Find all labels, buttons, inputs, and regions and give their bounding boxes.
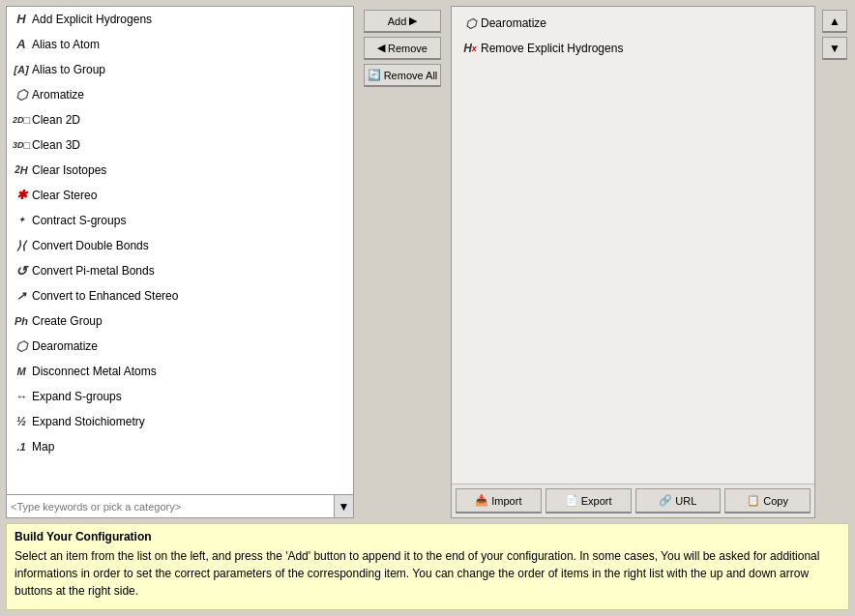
item-label: Clear Stereo — [32, 189, 349, 202]
item-label: Expand Stoichiometry — [32, 415, 349, 428]
item-label: Dearomatize — [481, 16, 807, 30]
item-label: Convert to Enhanced Stereo — [32, 289, 349, 303]
item-icon: Hx — [459, 42, 481, 55]
copy-button[interactable]: 📋 Copy — [724, 488, 811, 513]
left-list-container[interactable]: HAdd Explicit HydrogensAAlias to Atom[A]… — [7, 7, 353, 494]
export-button[interactable]: 📄 Export — [545, 488, 632, 513]
remove-all-icon: 🔄 — [368, 69, 381, 81]
item-icon: ⬡ — [11, 338, 32, 354]
list-item[interactable]: PhCreate Group — [7, 308, 353, 334]
item-label: Disconnect Metal Atoms — [32, 365, 349, 378]
right-footer: 📥 Import 📄 Export 🔗 URL 📋 Copy — [452, 484, 814, 517]
list-item[interactable]: AAlias to Atom — [7, 32, 353, 57]
item-icon: ⬡ — [459, 16, 481, 31]
item-label: Contract S-groups — [32, 214, 349, 227]
search-dropdown-button[interactable]: ▼ — [334, 495, 353, 517]
list-item[interactable]: ⟩⟨Convert Double Bonds — [7, 233, 353, 258]
item-icon: ⬡ — [11, 87, 32, 103]
item-label: Add Explicit Hydrogens — [32, 13, 349, 26]
item-label: Alias to Group — [32, 63, 349, 76]
add-button[interactable]: Add ▶ — [364, 10, 441, 33]
item-icon: 3D□ — [11, 139, 32, 151]
item-icon: A — [11, 37, 32, 51]
up-arrow-icon: ▲ — [829, 15, 840, 28]
list-item[interactable]: 3D□Clean 3D — [7, 132, 353, 158]
remove-label: Remove — [388, 43, 428, 54]
list-item[interactable]: .1Map — [7, 434, 353, 459]
list-item[interactable]: ½Expand Stoichiometry — [7, 409, 353, 434]
import-button[interactable]: 📥 Import — [456, 488, 542, 513]
top-section: HAdd Explicit HydrogensAAlias to Atom[A]… — [6, 6, 849, 518]
item-label: Convert Pi-metal Bonds — [32, 264, 349, 278]
info-section: Build Your Configuration Select an item … — [6, 523, 849, 610]
item-label: Alias to Atom — [32, 38, 349, 51]
item-icon: ✦ — [11, 216, 32, 224]
left-panel: HAdd Explicit HydrogensAAlias to Atom[A]… — [6, 6, 354, 518]
list-item[interactable]: [A]Alias to Group — [7, 57, 353, 82]
item-icon: Ph — [11, 315, 32, 327]
list-item[interactable]: ⬡Dearomatize — [7, 334, 353, 359]
move-up-button[interactable]: ▲ — [822, 10, 847, 33]
move-down-button[interactable]: ▼ — [822, 37, 847, 60]
info-title: Build Your Configuration — [15, 530, 840, 543]
list-item[interactable]: ✱Clear Stereo — [7, 183, 353, 208]
item-icon: ⟩⟨ — [11, 239, 32, 252]
url-label: URL — [675, 495, 696, 507]
list-item[interactable]: ↗Convert to Enhanced Stereo — [7, 283, 353, 308]
item-icon: .1 — [11, 441, 32, 453]
item-label: Clear Isotopes — [32, 163, 349, 177]
item-icon: ✱ — [11, 188, 32, 202]
search-bar: ▼ — [7, 494, 353, 517]
down-arrow-icon: ▼ — [829, 42, 840, 55]
remove-all-button[interactable]: 🔄 Remove All — [364, 64, 441, 87]
item-label: Create Group — [32, 314, 349, 328]
up-down-panel: ▲ ▼ — [820, 6, 849, 518]
item-label: Clean 2D — [32, 113, 349, 127]
export-label: Export — [581, 495, 612, 507]
item-icon: 2H — [11, 164, 32, 176]
info-text: Select an item from the list on the left… — [15, 547, 840, 600]
url-icon: 🔗 — [659, 494, 672, 507]
right-panel: ⬡DearomatizeHxRemove Explicit Hydrogens … — [451, 6, 815, 518]
list-item[interactable]: 2HClear Isotopes — [7, 158, 353, 183]
url-button[interactable]: 🔗 URL — [635, 488, 722, 513]
search-input[interactable] — [7, 499, 334, 514]
list-item[interactable]: ✦Contract S-groups — [7, 208, 353, 233]
list-item[interactable]: ↔Expand S-groups — [7, 384, 353, 409]
remove-arrow-icon: ◀ — [377, 42, 385, 54]
remove-button[interactable]: ◀ Remove — [364, 37, 441, 60]
list-item[interactable]: ⬡Aromatize — [7, 82, 353, 107]
add-label: Add — [388, 15, 407, 27]
copy-label: Copy — [763, 495, 788, 507]
list-item[interactable]: ⬡Dearomatize — [456, 11, 811, 36]
export-icon: 📄 — [565, 494, 578, 507]
item-icon: ↺ — [11, 263, 32, 279]
import-icon: 📥 — [475, 494, 488, 507]
item-icon: H — [11, 12, 32, 26]
item-icon: M — [11, 366, 32, 377]
item-icon: ½ — [11, 415, 32, 428]
left-list: HAdd Explicit HydrogensAAlias to Atom[A]… — [7, 7, 353, 459]
item-label: Clean 3D — [32, 138, 349, 152]
item-icon: ↔ — [11, 390, 32, 403]
remove-all-label: Remove All — [384, 70, 438, 81]
import-label: Import — [491, 495, 521, 507]
right-list-container[interactable]: ⬡DearomatizeHxRemove Explicit Hydrogens — [452, 7, 814, 484]
item-label: Remove Explicit Hydrogens — [481, 42, 807, 55]
list-item[interactable]: ↺Convert Pi-metal Bonds — [7, 258, 353, 283]
copy-icon: 📋 — [747, 494, 760, 507]
item-icon: 2D□ — [11, 114, 32, 126]
list-item[interactable]: HxRemove Explicit Hydrogens — [456, 36, 811, 61]
item-label: Aromatize — [32, 88, 349, 102]
list-item[interactable]: 2D□Clean 2D — [7, 107, 353, 132]
item-label: Convert Double Bonds — [32, 239, 349, 252]
list-item[interactable]: HAdd Explicit Hydrogens — [7, 7, 353, 32]
item-label: Map — [32, 440, 349, 454]
main-container: HAdd Explicit HydrogensAAlias to Atom[A]… — [0, 0, 855, 616]
right-list: ⬡DearomatizeHxRemove Explicit Hydrogens — [456, 11, 811, 61]
add-icon: ▶ — [409, 15, 417, 27]
item-label: Expand S-groups — [32, 390, 349, 403]
item-icon: [A] — [11, 64, 32, 75]
item-icon: ↗ — [11, 289, 32, 303]
list-item[interactable]: MDisconnect Metal Atoms — [7, 359, 353, 384]
